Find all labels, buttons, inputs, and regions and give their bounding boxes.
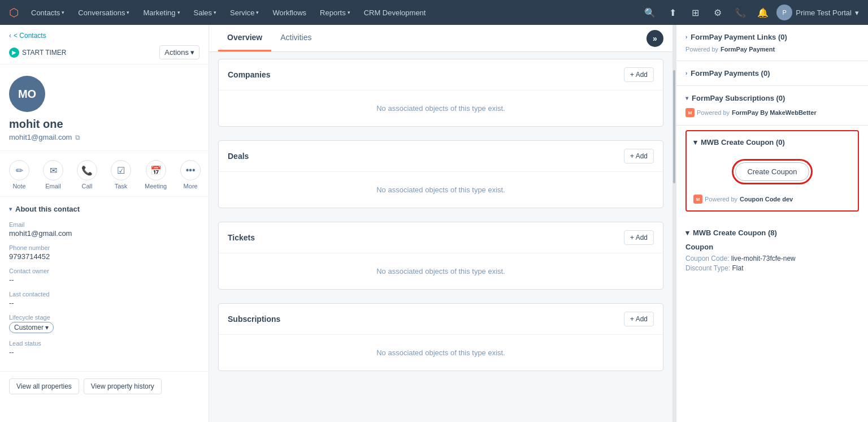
call-action[interactable]: 📞 Call: [77, 160, 97, 190]
formpay-payment-links-header[interactable]: › FormPay Payment Links (0): [685, 33, 859, 41]
start-timer-button[interactable]: ▶ START TIMER: [9, 48, 66, 58]
companies-card: Companies + Add No associated objects of…: [218, 59, 663, 127]
sidebar-actions-row: ▶ START TIMER Actions ▾: [9, 45, 199, 59]
companies-add-button[interactable]: + Add: [624, 67, 654, 82]
tickets-title: Tickets: [228, 233, 255, 242]
nav-marketing[interactable]: Marketing ▾: [137, 0, 185, 25]
chevron-down-icon: ▾: [693, 138, 697, 147]
nav-contacts[interactable]: Contacts ▾: [25, 0, 70, 25]
chevron-down-icon: ▾: [855, 8, 859, 17]
copy-icon[interactable]: ⧉: [75, 134, 80, 141]
mwb-create-coupon-0-section: ▾ MWB Create Coupon (0) Create Coupon M …: [685, 130, 859, 212]
nav-reports[interactable]: Reports ▾: [314, 0, 356, 25]
chevron-right-icon: ›: [685, 70, 687, 76]
lifecycle-badge[interactable]: Customer ▾: [9, 322, 54, 333]
mwb-create-coupon-8-header[interactable]: ▾ MWB Create Coupon (8): [685, 229, 859, 237]
more-action[interactable]: ••• More: [180, 160, 201, 190]
nav-icon-group: 🔍 ⬆ ⊞ ⚙ 📞 🔔 P Prime Test Portal ▾: [641, 3, 859, 21]
actions-button[interactable]: Actions ▾: [159, 45, 199, 59]
formpay-subscriptions-header[interactable]: ▾ FormPay Subscriptions (0): [685, 94, 859, 102]
tab-overview[interactable]: Overview: [218, 25, 271, 51]
subscriptions-empty-message: No associated objects of this type exist…: [219, 335, 663, 371]
mwb-create-coupon-8-section: ▾ MWB Create Coupon (8) Coupon Coupon Co…: [676, 221, 868, 282]
chevron-down-icon: ▾: [9, 206, 12, 212]
about-section: ▾ About this contact Email mohit1@gmail.…: [0, 197, 209, 371]
formpay-payments-section: › FormPay Payments (0): [676, 61, 868, 86]
breadcrumb[interactable]: ‹ < Contacts: [9, 32, 199, 40]
tickets-empty-message: No associated objects of this type exist…: [219, 253, 663, 289]
portal-selector[interactable]: P Prime Test Portal ▾: [776, 5, 859, 20]
formpay-subscriptions-section: ▾ FormPay Subscriptions (0) M Powered by…: [676, 86, 868, 126]
meeting-action[interactable]: 📅 Meeting: [145, 160, 167, 190]
sidebar-bottom-buttons: View all properties View property histor…: [0, 371, 209, 401]
chevron-down-icon: ▾: [685, 229, 689, 237]
tab-activities[interactable]: Activities: [271, 25, 320, 51]
action-icons-row: ✏ Note ✉ Email 📞 Call ☑ Task 📅 Meeting •…: [0, 151, 209, 197]
phone-icon[interactable]: 📞: [731, 3, 749, 21]
avatar: P: [776, 5, 792, 20]
chevron-down-icon: ▾: [214, 10, 216, 15]
chevron-left-icon: ‹: [9, 32, 11, 40]
nav-crm-development[interactable]: CRM Development: [358, 0, 432, 25]
top-navigation: ⬡ Contacts ▾ Conversations ▾ Marketing ▾…: [0, 0, 868, 25]
tabs-bar: Overview Activities »: [209, 25, 672, 52]
marketplace-icon[interactable]: ⊞: [686, 3, 704, 21]
field-email: Email mohit1@gmail.com: [9, 221, 199, 238]
coupon-info: Coupon Coupon Code: live-mohit-73fcfe-ne…: [685, 243, 859, 272]
contact-email-row: mohit1@gmail.com ⧉: [9, 133, 199, 141]
task-action[interactable]: ☑ Task: [111, 160, 131, 190]
note-icon: ✏: [9, 160, 29, 180]
view-all-properties-button[interactable]: View all properties: [9, 378, 79, 394]
coupon-code-icon: M: [693, 195, 702, 204]
makewebbetter-icon: M: [685, 108, 695, 117]
call-icon: 📞: [77, 160, 97, 180]
discount-type-row: Discount Type: Flat: [685, 264, 859, 272]
chevron-down-icon: ▾: [45, 324, 49, 331]
meeting-icon: 📅: [146, 160, 166, 180]
create-coupon-button[interactable]: Create Coupon: [735, 162, 809, 181]
note-action[interactable]: ✏ Note: [9, 160, 29, 190]
hubspot-logo[interactable]: ⬡: [9, 6, 19, 19]
notifications-icon[interactable]: 🔔: [754, 3, 772, 21]
field-last-contacted: Last contacted --: [9, 291, 199, 307]
search-icon[interactable]: 🔍: [641, 3, 659, 21]
settings-icon[interactable]: ⚙: [709, 3, 727, 21]
upgrade-icon[interactable]: ⬆: [663, 3, 682, 21]
deals-title: Deals: [228, 152, 249, 161]
companies-card-header: Companies + Add: [219, 59, 663, 91]
email-action[interactable]: ✉ Email: [43, 160, 63, 190]
lifecycle-row: Customer ▾: [9, 322, 199, 333]
about-header[interactable]: ▾ About this contact: [9, 205, 199, 213]
deals-card-header: Deals + Add: [219, 141, 663, 172]
expand-button[interactable]: »: [646, 30, 663, 47]
subscriptions-card: Subscriptions + Add No associated object…: [218, 303, 663, 371]
field-phone: Phone number 9793714452: [9, 244, 199, 261]
tickets-card-header: Tickets + Add: [219, 222, 663, 253]
contact-card: MO mohit one mohit1@gmail.com ⧉: [0, 64, 209, 151]
deals-empty-message: No associated objects of this type exist…: [219, 172, 663, 208]
create-coupon-btn-wrapper: Create Coupon: [693, 153, 851, 190]
nav-sales[interactable]: Sales ▾: [188, 0, 223, 25]
chevron-down-icon: ▾: [256, 10, 259, 15]
field-contact-owner: Contact owner --: [9, 268, 199, 284]
chevron-down-icon: ▾: [62, 10, 64, 15]
view-property-history-button[interactable]: View property history: [84, 378, 162, 394]
email-icon: ✉: [43, 160, 63, 180]
chevron-right-icon: ›: [685, 34, 687, 40]
main-layout: ‹ < Contacts ▶ START TIMER Actions ▾ MO …: [0, 25, 868, 422]
subscriptions-add-button[interactable]: + Add: [624, 312, 654, 326]
deals-add-button[interactable]: + Add: [624, 149, 654, 163]
nav-workflows[interactable]: Workflows: [267, 0, 312, 25]
formpay-payment-links-section: › FormPay Payment Links (0) Powered by F…: [676, 25, 868, 61]
tickets-add-button[interactable]: + Add: [624, 230, 654, 245]
companies-empty-message: No associated objects of this type exist…: [219, 91, 663, 126]
chevron-down-icon: ▾: [685, 95, 688, 101]
powered-by-coupon-code: M Powered by Coupon Code dev: [693, 195, 851, 204]
sidebar-top: ‹ < Contacts ▶ START TIMER Actions ▾: [0, 25, 209, 64]
right-panel: › FormPay Payment Links (0) Powered by F…: [676, 25, 868, 422]
mwb-create-coupon-0-header[interactable]: ▾ MWB Create Coupon (0): [693, 138, 851, 147]
nav-service[interactable]: Service ▾: [224, 0, 264, 25]
nav-conversations[interactable]: Conversations ▾: [72, 0, 135, 25]
companies-title: Companies: [228, 70, 270, 79]
formpay-payments-header[interactable]: › FormPay Payments (0): [685, 69, 859, 77]
